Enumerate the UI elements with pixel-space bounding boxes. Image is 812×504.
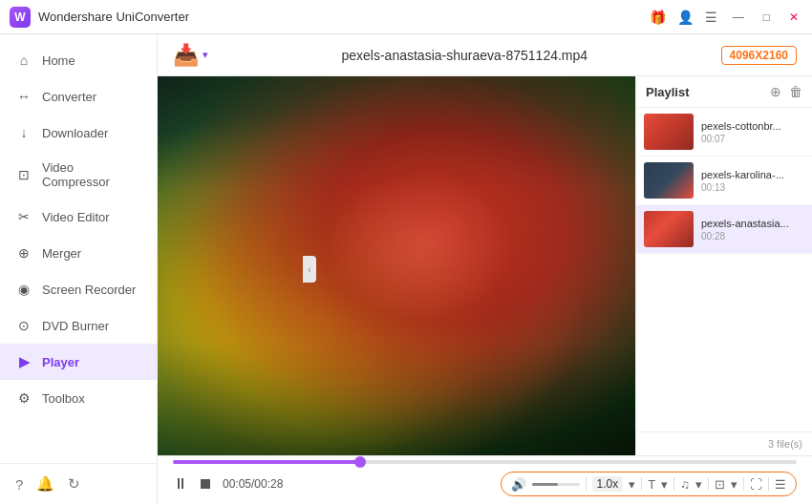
- current-file-name: pexels-anastasia-shuraeva-8751124.mp4: [341, 48, 588, 63]
- playlist-item-3[interactable]: pexels-anastasia... 00:28: [636, 205, 812, 254]
- playlist-item-duration-2: 00:13: [701, 182, 804, 193]
- close-button[interactable]: ✕: [785, 9, 802, 26]
- recorder-icon: ◉: [15, 281, 32, 298]
- sidebar-item-merger[interactable]: ⊕ Merger: [0, 235, 157, 271]
- compressor-icon: ⊡: [15, 166, 32, 183]
- sidebar-item-converter[interactable]: ↔ Converter: [0, 78, 157, 115]
- sidebar-item-toolbox[interactable]: ⚙ Toolbox: [0, 380, 157, 416]
- speed-dropdown-icon[interactable]: ▾: [629, 477, 635, 492]
- refresh-icon[interactable]: ↻: [68, 475, 80, 493]
- add-file-button[interactable]: 📥 ▾: [173, 43, 208, 68]
- sidebar-item-downloader[interactable]: ↓ Downloader: [0, 115, 157, 151]
- bell-icon[interactable]: 🔔: [36, 475, 54, 493]
- divider-6: [768, 477, 769, 491]
- progress-track[interactable]: [173, 460, 797, 464]
- progress-fill: [173, 460, 360, 464]
- maximize-button[interactable]: □: [759, 9, 774, 26]
- text-dropdown-icon[interactable]: ▾: [661, 477, 668, 492]
- sidebar-label-converter: Converter: [42, 90, 96, 104]
- playlist-item-info-1: pexels-cottonbr... 00:07: [701, 120, 804, 144]
- volume-slider[interactable]: [532, 483, 580, 486]
- resolution-badge: 4096X2160: [721, 46, 797, 65]
- video-player[interactable]: [158, 76, 635, 455]
- fullscreen-button[interactable]: ⛶: [750, 477, 762, 492]
- pause-button[interactable]: ⏸: [173, 475, 188, 493]
- help-icon[interactable]: ?: [15, 476, 23, 493]
- video-frame: [158, 76, 635, 455]
- sidebar-item-video-compressor[interactable]: ⊡ Video Compressor: [0, 151, 157, 199]
- gift-icon[interactable]: 🎁: [650, 10, 666, 25]
- playlist-item-1[interactable]: pexels-cottonbr... 00:07: [636, 108, 812, 157]
- divider-2: [641, 477, 642, 491]
- volume-icon[interactable]: 🔊: [511, 477, 526, 492]
- converter-icon: ↔: [15, 88, 32, 105]
- sidebar-label-merger: Merger: [42, 246, 81, 261]
- screenshot-button[interactable]: ⊡: [715, 477, 725, 492]
- home-icon: ⌂: [15, 52, 32, 69]
- sidebar-item-dvd-burner[interactable]: ⊙ DVD Burner: [0, 307, 157, 344]
- playlist-panel: Playlist ⊕ 🗑 pexels-cottonbr... 00:07: [635, 76, 812, 455]
- screenshot-dropdown-icon[interactable]: ▾: [731, 477, 737, 492]
- playlist-item-name-1: pexels-cottonbr...: [701, 120, 804, 132]
- audio-dropdown-icon[interactable]: ▾: [695, 477, 702, 492]
- sidebar-label-editor: Video Editor: [42, 210, 110, 224]
- playlist-thumb-2: [644, 162, 694, 199]
- file-count: 3 file(s): [768, 438, 802, 450]
- playlist-title: Playlist: [646, 85, 690, 99]
- progress-container: [158, 456, 812, 466]
- sidebar: ⌂ Home ↔ Converter ↓ Downloader ⊡ Video …: [0, 34, 158, 504]
- add-icon: 📥: [173, 43, 199, 68]
- playlist-item-duration-1: 00:07: [701, 134, 804, 144]
- playlist-thumb-3: [644, 211, 694, 247]
- speed-badge[interactable]: 1.0x: [592, 476, 624, 492]
- playlist-item-info-2: pexels-karolina-... 00:13: [701, 169, 804, 193]
- player-icon: ▶: [15, 353, 32, 370]
- sidebar-label-dvd: DVD Burner: [42, 319, 109, 333]
- divider-1: [586, 477, 587, 491]
- sidebar-item-video-editor[interactable]: ✂ Video Editor: [0, 199, 157, 235]
- playlist-header: Playlist ⊕ 🗑: [636, 76, 812, 108]
- playlist-items: pexels-cottonbr... 00:07 pexels-karolina…: [636, 108, 812, 431]
- sidebar-item-player[interactable]: ▶ Player: [0, 344, 157, 380]
- top-bar: 📥 ▾ pexels-anastasia-shuraeva-8751124.mp…: [158, 34, 812, 76]
- menu-icon[interactable]: ☰: [705, 10, 717, 25]
- title-bar-controls: 🎁 👤 ☰ — □ ✕: [650, 9, 802, 26]
- sidebar-label-downloader: Downloader: [42, 126, 108, 140]
- controls-right: 🔊 1.0x ▾ T ▾ ♫ ▾ ⊡ ▾: [501, 472, 797, 496]
- playlist-footer: 3 file(s): [636, 431, 812, 455]
- toolbox-icon: ⚙: [15, 389, 32, 407]
- minimize-button[interactable]: —: [729, 9, 748, 26]
- divider-3: [673, 477, 674, 491]
- sidebar-nav: ⌂ Home ↔ Converter ↓ Downloader ⊡ Video …: [0, 42, 157, 416]
- playlist-item-name-3: pexels-anastasia...: [701, 218, 804, 229]
- playlist-item-info-3: pexels-anastasia... 00:28: [701, 218, 804, 242]
- user-icon[interactable]: 👤: [677, 10, 694, 25]
- playlist-item-name-2: pexels-karolina-...: [701, 169, 804, 180]
- player-playlist-row: Playlist ⊕ 🗑 pexels-cottonbr... 00:07: [158, 76, 812, 455]
- logo-letter: W: [14, 10, 25, 24]
- audio-button[interactable]: ♫: [680, 477, 690, 492]
- add-to-playlist-button[interactable]: ⊕: [770, 84, 781, 99]
- controls-row: ⏸ ⏹ 00:05/00:28 🔊 1.0x ▾ T ▾ ♫: [158, 466, 812, 504]
- add-dropdown-arrow: ▾: [203, 49, 208, 61]
- sidebar-label-compressor: Video Compressor: [42, 160, 141, 189]
- sidebar-item-screen-recorder[interactable]: ◉ Screen Recorder: [0, 271, 157, 307]
- text-overlay-button[interactable]: T: [648, 477, 655, 492]
- progress-thumb: [354, 456, 366, 468]
- clear-playlist-button[interactable]: 🗑: [789, 84, 802, 99]
- playlist-toggle-button[interactable]: ☰: [775, 477, 786, 492]
- downloader-icon: ↓: [15, 124, 32, 141]
- stop-button[interactable]: ⏹: [198, 475, 213, 493]
- divider-5: [743, 477, 744, 491]
- sidebar-item-home[interactable]: ⌂ Home: [0, 42, 157, 78]
- sidebar-label-home: Home: [42, 53, 75, 68]
- sidebar-label-player: Player: [42, 355, 79, 369]
- collapse-sidebar-button[interactable]: ‹: [303, 256, 316, 283]
- merger-icon: ⊕: [15, 244, 32, 262]
- controls-bar: ⏸ ⏹ 00:05/00:28 🔊 1.0x ▾ T ▾ ♫: [158, 455, 812, 504]
- volume-fill: [532, 483, 559, 486]
- divider-4: [708, 477, 709, 491]
- editor-icon: ✂: [15, 208, 32, 225]
- sidebar-bottom: ? 🔔 ↻: [0, 463, 157, 504]
- playlist-item-2[interactable]: pexels-karolina-... 00:13: [636, 157, 812, 205]
